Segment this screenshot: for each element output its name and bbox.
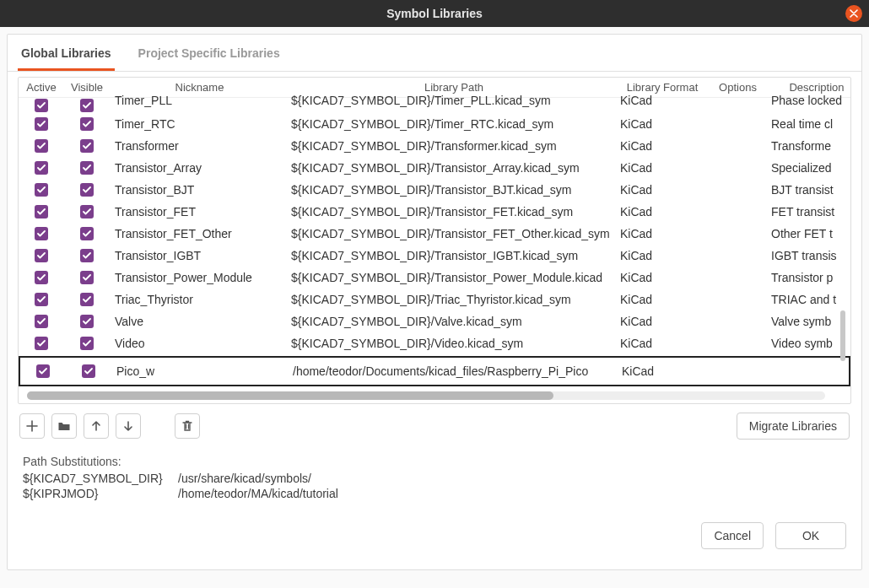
cell-library-format[interactable]: KiCad xyxy=(618,337,706,350)
checkbox-cell[interactable] xyxy=(64,293,110,306)
checkbox-cell[interactable] xyxy=(66,364,111,378)
checkbox-cell[interactable] xyxy=(19,249,64,262)
cell-library-path[interactable]: ${KICAD7_SYMBOL_DIR}/Video.kicad_sym xyxy=(289,337,618,350)
cell-library-format[interactable]: KiCad xyxy=(618,117,706,131)
checkbox-cell[interactable] xyxy=(64,161,110,175)
col-active[interactable]: Active xyxy=(19,78,64,97)
checkbox-cell[interactable] xyxy=(64,205,110,218)
table-row[interactable]: Video${KICAD7_SYMBOL_DIR}/Video.kicad_sy… xyxy=(19,332,850,354)
cell-description[interactable]: Specialized xyxy=(769,161,851,175)
tab-global-libraries[interactable]: Global Libraries xyxy=(18,41,115,71)
checkbox-cell[interactable] xyxy=(19,205,64,218)
cell-nickname[interactable]: Valve xyxy=(110,315,289,328)
cell-nickname[interactable]: Video xyxy=(110,337,289,350)
cell-library-path[interactable]: ${KICAD7_SYMBOL_DIR}/Transistor_FET_Othe… xyxy=(289,227,618,240)
table-row[interactable]: Transistor_IGBT${KICAD7_SYMBOL_DIR}/Tran… xyxy=(19,245,850,267)
cell-library-format[interactable]: KiCad xyxy=(618,139,706,153)
cell-library-format[interactable]: KiCad xyxy=(618,315,706,328)
cell-library-path[interactable]: ${KICAD7_SYMBOL_DIR}/Timer_PLL.kicad_sym xyxy=(289,94,618,107)
cell-nickname[interactable]: Transistor_Power_Module xyxy=(110,271,289,284)
cancel-button[interactable]: Cancel xyxy=(701,522,764,549)
cell-description[interactable]: Real time cl xyxy=(769,117,851,131)
cell-nickname[interactable]: Timer_RTC xyxy=(110,117,289,131)
table-row[interactable]: Transistor_Array${KICAD7_SYMBOL_DIR}/Tra… xyxy=(19,157,850,179)
checkbox-cell[interactable] xyxy=(19,99,64,112)
cell-description[interactable]: IGBT transis xyxy=(769,249,851,262)
cell-library-path[interactable]: ${KICAD7_SYMBOL_DIR}/Transistor_FET.kica… xyxy=(289,205,618,218)
cell-library-path[interactable]: ${KICAD7_SYMBOL_DIR}/Valve.kicad_sym xyxy=(289,315,618,328)
cell-library-path[interactable]: ${KICAD7_SYMBOL_DIR}/Transistor_Power_Mo… xyxy=(289,271,618,284)
checkbox-cell[interactable] xyxy=(64,183,110,197)
cell-library-path[interactable]: ${KICAD7_SYMBOL_DIR}/Transformer.kicad_s… xyxy=(289,139,618,153)
cell-library-path[interactable]: ${KICAD7_SYMBOL_DIR}/Triac_Thyristor.kic… xyxy=(289,293,618,306)
cell-library-format[interactable]: KiCad xyxy=(618,94,706,107)
table-row[interactable]: Transistor_FET_Other${KICAD7_SYMBOL_DIR}… xyxy=(19,223,850,245)
cell-library-path[interactable]: ${KICAD7_SYMBOL_DIR}/Transistor_IGBT.kic… xyxy=(289,249,618,262)
ok-button[interactable]: OK xyxy=(775,522,846,549)
move-up-button[interactable] xyxy=(84,413,109,439)
table-row[interactable]: Transistor_BJT${KICAD7_SYMBOL_DIR}/Trans… xyxy=(19,179,850,201)
checkbox-cell[interactable] xyxy=(64,271,110,284)
cell-nickname[interactable]: Transformer xyxy=(110,139,289,153)
checkbox-cell[interactable] xyxy=(19,183,64,197)
cell-library-format[interactable]: KiCad xyxy=(618,249,706,262)
cell-library-path[interactable]: /home/teodor/Documents/kicad_files/Raspb… xyxy=(291,364,620,378)
checkbox-cell[interactable] xyxy=(64,337,110,350)
checkbox-cell[interactable] xyxy=(64,315,110,328)
checkbox-cell[interactable] xyxy=(19,227,64,240)
col-visible[interactable]: Visible xyxy=(64,78,110,97)
cell-description[interactable]: Other FET t xyxy=(769,227,851,240)
cell-description[interactable]: FET transist xyxy=(769,205,851,218)
table-row[interactable]: Transistor_FET${KICAD7_SYMBOL_DIR}/Trans… xyxy=(19,201,850,223)
add-library-button[interactable] xyxy=(19,413,45,439)
checkbox-cell[interactable] xyxy=(19,161,64,175)
cell-description[interactable]: Phase locked xyxy=(769,94,851,107)
table-row[interactable]: Timer_PLL${KICAD7_SYMBOL_DIR}/Timer_PLL.… xyxy=(19,98,850,113)
cell-nickname[interactable]: Transistor_FET_Other xyxy=(110,227,289,240)
cell-nickname[interactable]: Transistor_Array xyxy=(110,161,289,175)
cell-nickname[interactable]: Triac_Thyristor xyxy=(110,293,289,306)
window-close-button[interactable] xyxy=(845,5,862,22)
cell-description[interactable]: Transforme xyxy=(769,139,851,153)
cell-nickname[interactable]: Pico_w xyxy=(111,364,291,378)
col-options[interactable]: Options xyxy=(706,78,769,97)
cell-library-format[interactable]: KiCad xyxy=(618,271,706,284)
checkbox-cell[interactable] xyxy=(19,293,64,306)
cell-library-format[interactable]: KiCad xyxy=(618,161,706,175)
vertical-scrollbar-thumb[interactable] xyxy=(840,310,845,361)
cell-library-path[interactable]: ${KICAD7_SYMBOL_DIR}/Timer_RTC.kicad_sym xyxy=(289,117,618,131)
checkbox-cell[interactable] xyxy=(64,99,110,112)
cell-description[interactable]: TRIAC and t xyxy=(769,293,851,306)
checkbox-cell[interactable] xyxy=(19,337,64,350)
checkbox-cell[interactable] xyxy=(19,271,64,284)
checkbox-cell[interactable] xyxy=(64,227,110,240)
cell-library-format[interactable]: KiCad xyxy=(620,364,708,378)
cell-library-format[interactable]: KiCad xyxy=(618,227,706,240)
browse-library-button[interactable] xyxy=(51,413,77,439)
checkbox-cell[interactable] xyxy=(20,364,66,378)
horizontal-scrollbar[interactable] xyxy=(27,391,825,400)
checkbox-cell[interactable] xyxy=(19,117,64,131)
move-down-button[interactable] xyxy=(116,413,141,439)
cell-library-path[interactable]: ${KICAD7_SYMBOL_DIR}/Transistor_BJT.kica… xyxy=(289,183,618,197)
cell-description[interactable]: Valve symb xyxy=(769,315,851,328)
cell-library-format[interactable]: KiCad xyxy=(618,183,706,197)
migrate-libraries-button[interactable]: Migrate Libraries xyxy=(737,413,850,440)
vertical-scrollbar[interactable] xyxy=(840,162,847,364)
cell-nickname[interactable]: Transistor_FET xyxy=(110,205,289,218)
table-row[interactable]: Transistor_Power_Module${KICAD7_SYMBOL_D… xyxy=(19,267,850,289)
table-row[interactable]: Transformer${KICAD7_SYMBOL_DIR}/Transfor… xyxy=(19,135,850,157)
horizontal-scrollbar-thumb[interactable] xyxy=(27,391,553,400)
table-row[interactable]: Timer_RTC${KICAD7_SYMBOL_DIR}/Timer_RTC.… xyxy=(19,113,850,135)
checkbox-cell[interactable] xyxy=(19,315,64,328)
cell-library-format[interactable]: KiCad xyxy=(618,293,706,306)
cell-nickname[interactable]: Timer_PLL xyxy=(110,94,289,107)
cell-nickname[interactable]: Transistor_BJT xyxy=(110,183,289,197)
checkbox-cell[interactable] xyxy=(64,117,110,131)
cell-description[interactable]: BJT transist xyxy=(769,183,851,197)
table-row[interactable]: Pico_w/home/teodor/Documents/kicad_files… xyxy=(19,356,850,386)
cell-description[interactable]: Video symb xyxy=(769,337,851,350)
checkbox-cell[interactable] xyxy=(64,139,110,153)
tab-project-specific-libraries[interactable]: Project Specific Libraries xyxy=(135,41,283,71)
cell-nickname[interactable]: Transistor_IGBT xyxy=(110,249,289,262)
